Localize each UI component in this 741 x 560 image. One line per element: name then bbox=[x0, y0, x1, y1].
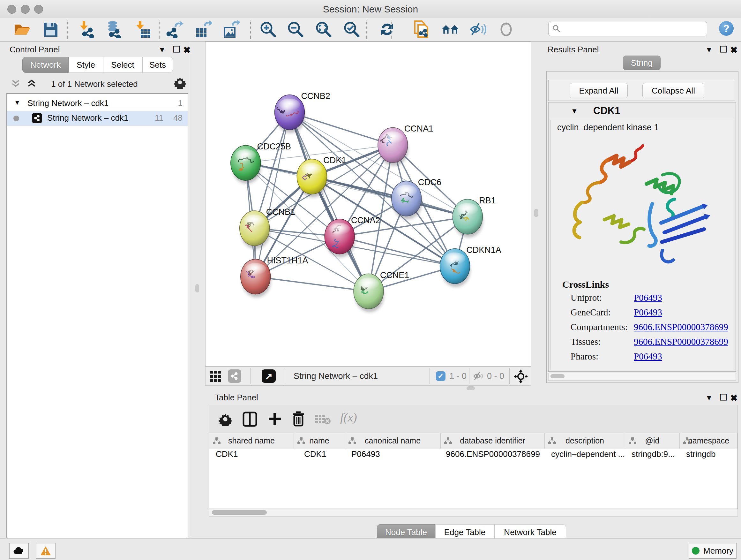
column-header[interactable]: shared name bbox=[209, 433, 294, 449]
close-panel-icon[interactable]: ✖ bbox=[730, 45, 738, 55]
network-options-gear-icon[interactable] bbox=[174, 76, 186, 89]
grid-mode-icon[interactable] bbox=[210, 371, 221, 382]
import-network-database-button[interactable] bbox=[105, 20, 122, 38]
section-expander-icon[interactable]: ▼ bbox=[571, 107, 578, 115]
network-node-CDK1[interactable]: CDK1 bbox=[297, 155, 346, 197]
compartments-link[interactable]: 9606.ENSP00000378699 bbox=[634, 322, 728, 332]
fit-content-crosshair-icon[interactable] bbox=[514, 369, 528, 383]
genecard-link[interactable]: P06493 bbox=[634, 307, 662, 318]
tab-network[interactable]: Network bbox=[22, 57, 69, 73]
network-node-CCNA2[interactable]: CCNA2 bbox=[325, 215, 380, 257]
maximize-panel-icon[interactable]: ☐ bbox=[719, 44, 727, 55]
bottom-splitter-handle[interactable] bbox=[467, 386, 475, 390]
export-network-button[interactable] bbox=[166, 20, 184, 38]
table-cell[interactable]: P06493 bbox=[345, 449, 441, 463]
memory-button[interactable]: Memory bbox=[689, 543, 737, 559]
network-node-CDKN1A[interactable]: CDKN1A bbox=[440, 245, 501, 287]
table-cell[interactable]: cyclin–dependent ... bbox=[545, 449, 625, 463]
network-edge-CDK1-RB1[interactable] bbox=[312, 177, 468, 217]
network-graph[interactable]: CCNB2CCNA1CDC25BCDK1CDC6RB1CCNB1CCNA2CDK… bbox=[205, 42, 531, 366]
zoom-fit-button[interactable] bbox=[315, 20, 333, 38]
maximize-panel-icon[interactable]: ☐ bbox=[719, 392, 727, 402]
tab-string[interactable]: String bbox=[623, 56, 661, 70]
tab-edge-table[interactable]: Edge Table bbox=[435, 524, 494, 540]
network-node-RB1[interactable]: RB1 bbox=[453, 196, 495, 238]
collection-expander-icon[interactable]: ▼ bbox=[14, 99, 20, 106]
add-row-icon[interactable] bbox=[267, 412, 282, 427]
cloud-button[interactable] bbox=[9, 543, 29, 559]
column-header[interactable]: name bbox=[294, 433, 345, 449]
left-splitter-handle[interactable] bbox=[195, 284, 199, 293]
zoom-selected-button[interactable] bbox=[343, 20, 360, 38]
float-panel-icon[interactable]: ▼ bbox=[705, 45, 713, 54]
network-collection-row[interactable]: ▼ String Network – cdk1 1 bbox=[7, 97, 188, 111]
tab-style[interactable]: Style bbox=[69, 57, 103, 73]
column-header[interactable]: namespace bbox=[680, 433, 738, 449]
table-options-gear-icon[interactable] bbox=[218, 412, 232, 426]
float-panel-icon[interactable]: ▼ bbox=[705, 393, 713, 402]
open-session-button[interactable] bbox=[13, 20, 31, 38]
network-edge-HIST1H1A-CCNE1[interactable] bbox=[256, 277, 368, 292]
network-node-CCNE1[interactable]: CCNE1 bbox=[354, 270, 409, 312]
collapse-all-button[interactable]: Collapse All bbox=[643, 83, 704, 98]
maximize-panel-icon[interactable]: ☐ bbox=[172, 44, 180, 55]
table-cell[interactable]: CDK1 bbox=[294, 449, 345, 463]
save-session-button[interactable] bbox=[42, 20, 59, 38]
tab-node-table[interactable]: Node Table bbox=[377, 524, 435, 540]
hide-graphics-icon[interactable] bbox=[469, 20, 487, 38]
tab-network-table[interactable]: Network Table bbox=[494, 524, 566, 540]
scrollbar-thumb[interactable] bbox=[212, 510, 267, 515]
network-node-CDC6[interactable]: CDC6 bbox=[392, 178, 441, 219]
import-network-file-button[interactable] bbox=[77, 20, 95, 38]
apply-layout-button[interactable] bbox=[378, 20, 396, 38]
copy-network-style-button[interactable] bbox=[413, 20, 431, 38]
zoom-in-button[interactable] bbox=[259, 20, 277, 38]
help-button[interactable]: ? bbox=[719, 21, 734, 36]
network-row-selected[interactable]: String Network – cdk1 11 48 bbox=[7, 111, 188, 126]
birdseye-toggle-icon[interactable]: ↗ bbox=[262, 369, 276, 383]
column-header[interactable]: canonical name bbox=[345, 433, 441, 449]
delete-trash-icon[interactable] bbox=[292, 411, 305, 427]
network-edge-CCNB2-HIST1H1A[interactable] bbox=[256, 112, 290, 277]
network-mode-icon[interactable] bbox=[228, 369, 241, 383]
network-node-HIST1H1A[interactable]: HIST1H1A bbox=[241, 256, 308, 298]
network-node-CCNB1[interactable]: CCNB1 bbox=[240, 207, 295, 249]
create-column-icon[interactable] bbox=[243, 412, 257, 427]
export-image-button[interactable] bbox=[222, 20, 240, 38]
table-horizontal-scrollbar[interactable] bbox=[209, 509, 738, 516]
scrollbar-thumb[interactable] bbox=[550, 374, 564, 378]
network-node-CDC25B[interactable]: CDC25B bbox=[231, 142, 291, 184]
import-table-button[interactable] bbox=[134, 20, 151, 38]
table-cell[interactable]: CDK1 bbox=[209, 449, 294, 463]
show-graphics-details-icon[interactable] bbox=[497, 20, 515, 38]
close-panel-icon[interactable]: ✖ bbox=[183, 45, 191, 55]
selected-checkbox-icon[interactable]: ✓ bbox=[436, 371, 446, 381]
column-header[interactable]: description bbox=[545, 433, 625, 449]
results-button-row: Expand All Collapse All bbox=[548, 80, 735, 101]
network-node-CCNB2[interactable]: CCNB2 bbox=[275, 91, 330, 133]
expand-all-button[interactable]: Expand All bbox=[569, 83, 628, 98]
results-horizontal-scrollbar[interactable] bbox=[548, 373, 736, 381]
pharos-link[interactable]: P06493 bbox=[634, 351, 662, 362]
close-panel-icon[interactable]: ✖ bbox=[730, 393, 738, 403]
tab-sets[interactable]: Sets bbox=[142, 57, 173, 73]
zoom-out-button[interactable] bbox=[286, 20, 305, 38]
uniprot-link[interactable]: P06493 bbox=[634, 293, 662, 303]
network-edge-CCNB2-CCNA1[interactable] bbox=[289, 112, 393, 145]
right-splitter-handle[interactable] bbox=[534, 209, 538, 217]
column-header[interactable]: @id bbox=[625, 433, 680, 449]
column-header[interactable]: database identifier bbox=[441, 433, 545, 449]
network-view-canvas[interactable]: CCNB2CCNA1CDC25BCDK1CDC6RB1CCNB1CCNA2CDK… bbox=[205, 42, 531, 367]
search-input[interactable] bbox=[548, 21, 707, 37]
table-cell[interactable]: 9606.ENSP00000378699 bbox=[441, 449, 545, 463]
export-table-button[interactable] bbox=[194, 20, 212, 38]
table-cell[interactable]: stringdb:9... bbox=[625, 449, 680, 463]
function-builder-icon-disabled: f(x) bbox=[340, 410, 357, 424]
tab-select[interactable]: Select bbox=[103, 57, 142, 73]
string-home-icon[interactable] bbox=[441, 20, 459, 38]
network-node-CCNA1[interactable]: CCNA1 bbox=[378, 124, 433, 166]
float-panel-icon[interactable]: ▼ bbox=[158, 45, 166, 54]
warnings-button[interactable] bbox=[36, 543, 56, 559]
table-cell[interactable]: stringdb bbox=[680, 449, 738, 463]
tissues-link[interactable]: 9606.ENSP00000378699 bbox=[634, 336, 728, 347]
